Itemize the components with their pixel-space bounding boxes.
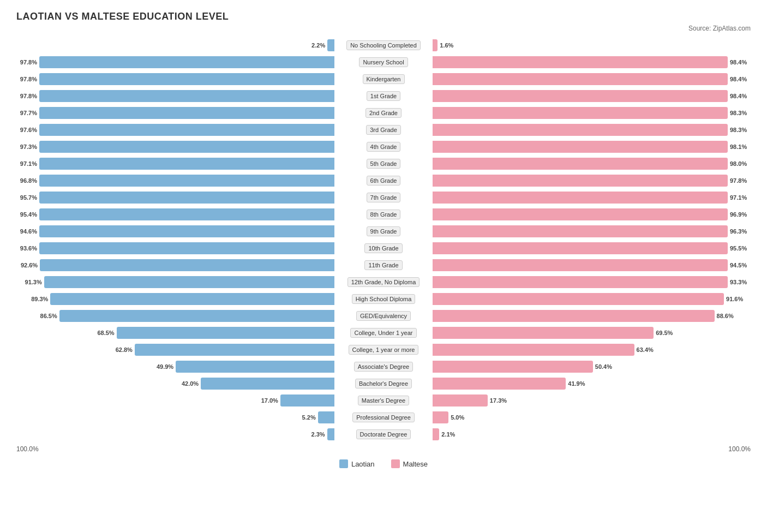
right-value: 93.3% (730, 279, 751, 285)
center-label-wrap: 7th Grade (334, 193, 433, 202)
right-value: 5.0% (451, 414, 471, 421)
center-label-wrap: Doctorate Degree (334, 429, 433, 439)
chart-container: 2.2%No Schooling Completed1.6%97.8%Nurse… (16, 38, 751, 442)
laotian-bar (44, 276, 334, 288)
left-bar-area: 97.6% (16, 124, 334, 136)
left-value: 97.8% (16, 59, 37, 65)
bar-row: 97.8%1st Grade98.4% (16, 88, 751, 104)
maltese-bar (433, 39, 438, 51)
left-value: 42.0% (178, 380, 199, 387)
maltese-bar (433, 242, 728, 254)
right-bar-area: 69.5% (433, 327, 751, 339)
left-bar-area: 95.4% (16, 208, 334, 220)
legend-laotian-box (339, 459, 348, 468)
bar-row: 93.6%10th Grade95.5% (16, 241, 751, 256)
right-bar-area: 63.4% (433, 344, 751, 356)
left-value: 92.6% (17, 262, 38, 268)
laotian-bar (117, 327, 334, 339)
center-label-wrap: Bachelor's Degree (334, 379, 433, 388)
center-label-wrap: 6th Grade (334, 176, 433, 186)
education-label: 5th Grade (367, 159, 401, 169)
right-bar-area: 98.0% (433, 158, 751, 170)
right-value: 96.9% (730, 211, 751, 218)
education-label: 7th Grade (367, 193, 401, 202)
education-label: No Schooling Completed (346, 40, 421, 50)
education-label: Associate's Degree (354, 362, 413, 372)
bar-row: 5.2%Professional Degree5.0% (16, 410, 751, 425)
left-bar-area: 2.2% (16, 39, 334, 51)
left-bar-area: 97.3% (16, 141, 334, 153)
left-bar-area: 96.8% (16, 175, 334, 187)
bar-row: 95.4%8th Grade96.9% (16, 207, 751, 222)
right-bar-area: 96.9% (433, 208, 751, 220)
left-bar-area: 97.8% (16, 90, 334, 102)
laotian-bar (39, 208, 334, 220)
right-value: 98.4% (730, 93, 751, 99)
laotian-bar (318, 411, 334, 423)
bar-row: 97.1%5th Grade98.0% (16, 156, 751, 171)
laotian-bar (39, 225, 334, 237)
education-label: High School Diploma (352, 294, 416, 304)
maltese-bar (433, 327, 654, 339)
right-value: 97.8% (730, 177, 751, 184)
right-value: 96.3% (730, 228, 751, 235)
chart-title: LAOTIAN VS MALTESE EDUCATION LEVEL (16, 11, 751, 22)
right-bar-area: 98.4% (433, 90, 751, 102)
left-bar-area: 5.2% (16, 411, 334, 423)
right-value: 17.3% (490, 397, 511, 404)
laotian-bar (59, 310, 334, 322)
left-value: 17.0% (257, 397, 278, 404)
left-value: 86.5% (37, 313, 57, 319)
right-value: 97.1% (730, 194, 751, 201)
left-bar-area: 2.3% (16, 428, 334, 440)
center-label-wrap: 12th Grade, No Diploma (334, 277, 433, 287)
education-label: 12th Grade, No Diploma (347, 277, 420, 287)
bar-row: 94.6%9th Grade96.3% (16, 224, 751, 239)
bar-row: 97.8%Kindergarten98.4% (16, 71, 751, 87)
laotian-bar (201, 378, 334, 390)
left-bar-area: 42.0% (16, 378, 334, 390)
left-value: 97.8% (16, 93, 37, 99)
right-value: 41.9% (568, 380, 589, 387)
center-label-wrap: 10th Grade (334, 243, 433, 253)
education-label: College, 1 year or more (349, 345, 419, 355)
center-label-wrap: 11th Grade (334, 260, 433, 270)
bar-row: 92.6%11th Grade94.5% (16, 258, 751, 273)
right-bar-area: 93.3% (433, 276, 751, 288)
source: Source: ZipAtlas.com (16, 25, 751, 32)
education-label: 4th Grade (367, 142, 401, 152)
right-bar-area: 17.3% (433, 394, 751, 407)
maltese-bar (433, 428, 439, 440)
maltese-bar (433, 192, 728, 204)
left-bar-area: 62.8% (16, 344, 334, 356)
right-bar-area: 5.0% (433, 411, 751, 423)
education-label: 1st Grade (367, 91, 400, 101)
left-bar-area: 95.7% (16, 192, 334, 204)
maltese-bar (433, 394, 488, 407)
right-value: 98.4% (730, 59, 751, 65)
center-label-wrap: 1st Grade (334, 91, 433, 101)
maltese-bar (433, 293, 724, 305)
left-bar-area: 97.8% (16, 56, 334, 68)
maltese-bar (433, 141, 728, 153)
maltese-bar (433, 107, 728, 119)
maltese-bar (433, 259, 728, 271)
bar-row: 91.3%12th Grade, No Diploma93.3% (16, 274, 751, 290)
left-value: 5.2% (295, 414, 316, 421)
center-label-wrap: 4th Grade (334, 142, 433, 152)
maltese-bar (433, 56, 728, 68)
education-label: 6th Grade (367, 176, 401, 186)
center-label-wrap: GED/Equivalency (334, 311, 433, 321)
maltese-bar (433, 276, 728, 288)
left-bar-area: 93.6% (16, 242, 334, 254)
right-bar-area: 98.3% (433, 107, 751, 119)
left-value: 49.9% (153, 363, 173, 370)
laotian-bar (327, 428, 334, 440)
left-value: 97.1% (16, 160, 37, 167)
maltese-bar (433, 208, 728, 220)
right-bar-area: 96.3% (433, 225, 751, 237)
laotian-bar (50, 293, 334, 305)
education-label: 11th Grade (364, 260, 402, 270)
laotian-bar (135, 344, 334, 356)
laotian-bar (39, 56, 334, 68)
